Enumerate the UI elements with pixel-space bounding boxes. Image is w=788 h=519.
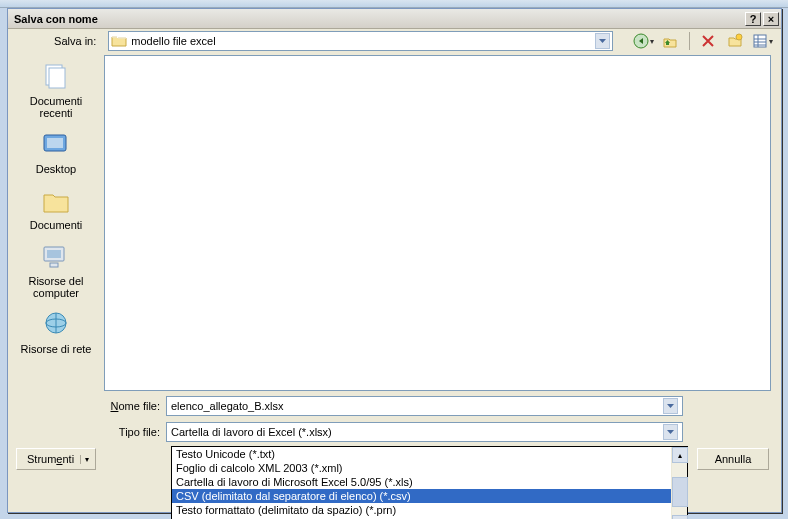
computer-icon	[40, 241, 72, 273]
cancel-button[interactable]: Annulla	[697, 448, 769, 470]
place-label: Documenti recenti	[12, 95, 100, 119]
scroll-down-button[interactable]: ▾	[672, 515, 688, 519]
close-button[interactable]: ×	[763, 12, 779, 26]
back-button[interactable]: ▾	[633, 31, 654, 51]
views-button[interactable]: ▾	[752, 31, 773, 51]
place-label: Risorse di rete	[21, 343, 92, 355]
tools-label: Strumenti	[27, 453, 74, 465]
network-icon	[40, 309, 72, 341]
place-desktop[interactable]: Desktop	[8, 125, 104, 181]
new-folder-button[interactable]	[725, 31, 746, 51]
dialog-title: Salva con nome	[14, 13, 743, 25]
documents-icon	[40, 185, 72, 217]
dropdown-arrow-icon[interactable]	[663, 424, 678, 440]
recent-docs-icon	[40, 61, 72, 93]
filename-input[interactable]: elenco_allegato_B.xlsx	[166, 396, 683, 416]
delete-button[interactable]	[698, 31, 719, 51]
save-in-label: Salva in:	[16, 35, 102, 47]
scroll-up-button[interactable]: ▴	[672, 447, 688, 463]
filetype-option[interactable]: Cartella di lavoro di Microsoft Excel 5.…	[172, 475, 687, 489]
svg-rect-13	[50, 263, 58, 267]
filename-label: Nome file:	[8, 400, 166, 412]
filetype-option[interactable]: Foglio di calcolo XML 2003 (*.xml)	[172, 461, 687, 475]
place-label: Documenti	[30, 219, 83, 231]
place-my-computer[interactable]: Risorse del computer	[8, 237, 104, 305]
cancel-label: Annulla	[715, 453, 752, 465]
filetype-option[interactable]: Testo formattato (delimitato da spazio) …	[172, 503, 687, 517]
folder-icon	[111, 34, 127, 48]
filetype-label: Tipo file:	[8, 426, 166, 438]
filetype-option[interactable]: Testo Unicode (*.txt)	[172, 447, 687, 461]
chevron-down-icon: ▾	[769, 37, 773, 46]
place-network[interactable]: Risorse di rete	[8, 305, 104, 361]
place-recent-documents[interactable]: Documenti recenti	[8, 57, 104, 125]
filetype-option[interactable]: CSV (delimitato dal separatore di elenco…	[172, 489, 687, 503]
svg-rect-12	[47, 250, 61, 258]
places-bar: Documenti recenti Desktop Documenti Riso…	[8, 53, 104, 393]
footer-right: Annulla	[697, 448, 769, 470]
dropdown-arrow-icon[interactable]	[663, 398, 678, 414]
save-in-combo[interactable]: modello file excel	[108, 31, 613, 51]
filename-value: elenco_allegato_B.xlsx	[171, 400, 663, 412]
svg-rect-8	[49, 68, 65, 88]
filetype-input[interactable]: Cartella di lavoro di Excel (*.xlsx)	[166, 422, 683, 442]
background-app-strip	[0, 0, 788, 8]
place-documents[interactable]: Documenti	[8, 181, 104, 237]
toolbar: Salva in: modello file excel ▾ ▾	[8, 29, 781, 53]
dropdown-arrow-icon[interactable]	[595, 33, 610, 49]
filetype-value: Cartella di lavoro di Excel (*.xlsx)	[171, 426, 663, 438]
desktop-icon	[40, 129, 72, 161]
svg-rect-10	[47, 138, 63, 148]
place-label: Risorse del computer	[12, 275, 100, 299]
main-area: Documenti recenti Desktop Documenti Riso…	[8, 53, 781, 393]
chevron-down-icon: ▾	[80, 455, 93, 464]
save-in-value: modello file excel	[131, 35, 595, 47]
separator	[689, 32, 690, 50]
scrollbar[interactable]: ▴ ▾	[671, 447, 687, 519]
save-as-dialog: Salva con nome ? × Salva in: modello fil…	[7, 8, 782, 513]
chevron-down-icon: ▾	[650, 37, 654, 46]
up-one-level-button[interactable]	[660, 31, 681, 51]
footer-left: Strumenti ▾	[16, 448, 96, 470]
filetype-dropdown-list[interactable]: Testo Unicode (*.txt)Foglio di calcolo X…	[171, 446, 688, 519]
bottom-fields: Nome file: elenco_allegato_B.xlsx Tipo f…	[8, 393, 781, 443]
file-list-pane[interactable]	[104, 55, 771, 391]
titlebar: Salva con nome ? ×	[8, 9, 781, 29]
svg-point-1	[736, 34, 742, 40]
help-button[interactable]: ?	[745, 12, 761, 26]
scroll-thumb[interactable]	[672, 477, 688, 507]
tools-button[interactable]: Strumenti ▾	[16, 448, 96, 470]
place-label: Desktop	[36, 163, 76, 175]
